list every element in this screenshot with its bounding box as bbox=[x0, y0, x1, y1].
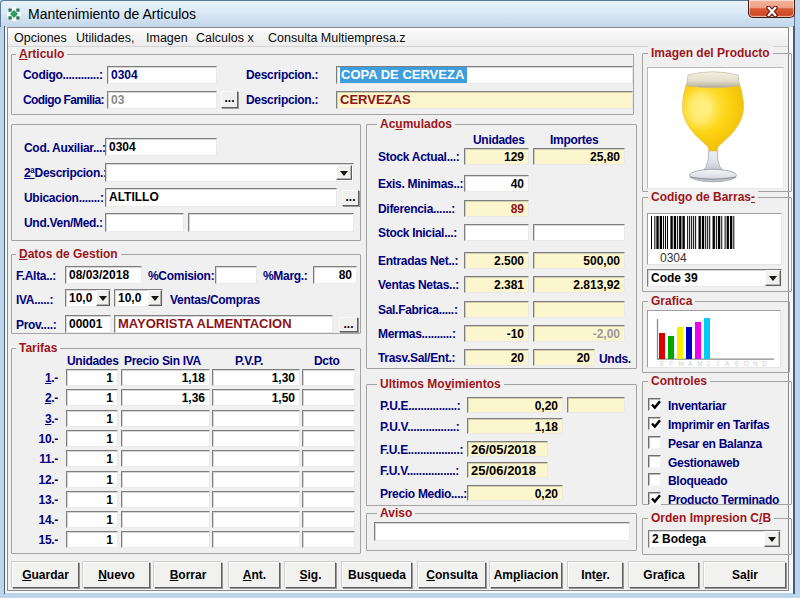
svg-text:F: F bbox=[669, 360, 673, 367]
svg-text:D: D bbox=[762, 360, 767, 367]
svg-text:M: M bbox=[697, 360, 702, 367]
svg-text:N: N bbox=[753, 360, 758, 367]
svg-text:E: E bbox=[660, 360, 665, 367]
svg-text:J: J bbox=[707, 360, 710, 367]
svg-text:O: O bbox=[744, 360, 749, 367]
svg-text:J: J bbox=[716, 360, 719, 367]
svg-text:A: A bbox=[725, 360, 730, 367]
svg-text:S: S bbox=[734, 360, 739, 367]
svg-text:M: M bbox=[679, 360, 684, 367]
svg-text:A: A bbox=[688, 360, 693, 367]
